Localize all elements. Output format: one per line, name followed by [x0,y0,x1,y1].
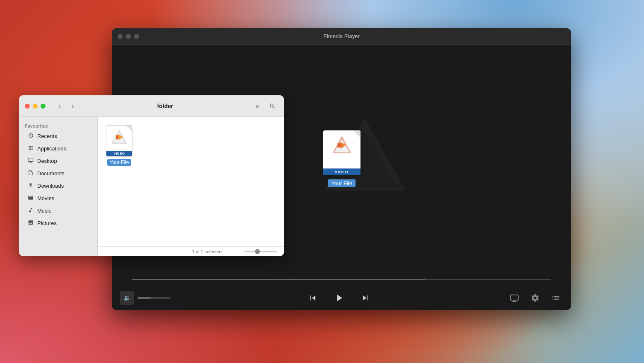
player-file-icon: VIDEO Your File [323,131,360,187]
player-traffic-lights [118,34,139,39]
volume-slider[interactable] [137,297,171,299]
downloads-icon [27,182,34,189]
finder-nav-buttons: ‹ › [54,100,79,112]
finder-back-button[interactable]: ‹ [54,100,65,112]
volume-icon: 🔉 [124,295,131,301]
finder-maximize-button[interactable] [41,104,46,109]
sidebar-item-desktop[interactable]: Desktop [22,155,95,167]
player-controls: --:-- --:-- 🔉 [112,273,571,310]
sidebar-item-music[interactable]: Music [22,205,95,217]
player-title: Elmedia Player [323,33,359,39]
player-file-name-label: Your File [328,179,356,187]
controls-row: 🔉 [120,286,563,310]
sidebar-item-movies-label: Movies [37,195,54,201]
sidebar-item-pictures[interactable]: Pictures [22,217,95,229]
finder-content: VIDEO Your File [98,117,284,246]
progress-bar-row: --:-- --:-- [120,273,563,286]
time-start-label: --:-- [120,277,127,282]
zoom-knob [255,249,260,254]
player-maximize-button[interactable] [134,34,139,39]
sidebar-item-downloads[interactable]: Downloads [22,180,95,192]
skip-back-button[interactable] [305,290,321,306]
volume-fill [137,297,151,299]
finder-title: folder [84,103,247,109]
progress-fill [132,279,425,280]
right-controls [507,291,563,305]
file-doc-icon: VIDEO [106,125,132,157]
player-titlebar: Elmedia Player [112,28,571,45]
sidebar-item-movies[interactable]: Movies [22,192,95,204]
player-file-type-label: VIDEO [323,169,360,175]
finder-body: Favourites Recents Applications Desktop [19,117,284,256]
player-file-doc: VIDEO [323,131,360,175]
skip-forward-button[interactable] [357,290,373,306]
sidebar-item-recents[interactable]: Recents [22,130,95,142]
player-file-logo-icon [331,135,353,156]
volume-button[interactable]: 🔉 [120,291,134,305]
volume-section: 🔉 [120,291,171,305]
finder-status-text: 1 of 1 selected [174,249,239,254]
file-elmedia-logo-icon [110,128,128,146]
sidebar-item-recents-label: Recents [37,133,57,139]
sidebar-item-desktop-label: Desktop [37,158,57,164]
airplay-button[interactable] [507,291,521,305]
finder-status-bar: 1 of 1 selected [98,246,284,256]
playlist-button[interactable] [549,291,563,305]
finder-close-button[interactable] [25,104,30,109]
zoom-slider[interactable] [244,251,277,252]
settings-button[interactable] [528,291,542,305]
sidebar-item-applications-label: Applications [37,145,66,152]
sidebar-item-documents-label: Documents [37,170,65,177]
main-playback-controls [305,288,373,307]
finder-traffic-lights [25,104,46,109]
sidebar-item-documents[interactable]: Documents [22,167,95,179]
finder-toolbar-right: » [252,100,278,112]
player-minimize-button[interactable] [126,34,131,39]
sidebar-item-downloads-label: Downloads [37,183,64,189]
finder-main: VIDEO Your File 1 of 1 selected [98,117,284,256]
time-end-label: --:-- [555,277,563,282]
finder-forward-button[interactable]: › [67,100,79,112]
play-button[interactable] [329,288,348,307]
recents-icon [27,133,34,140]
desktop-icon [27,157,34,165]
finder-more-button[interactable]: » [252,100,263,112]
progress-track[interactable] [132,279,552,280]
pictures-icon [27,220,34,227]
sidebar-item-pictures-label: Pictures [37,220,57,226]
music-icon [27,207,34,214]
finder-sidebar: Favourites Recents Applications Desktop [19,117,98,256]
sidebar-section-title: Favourites [19,123,97,128]
movies-icon [27,195,34,202]
file-name-label: Your File [107,159,132,166]
player-file-corner [353,131,360,138]
documents-icon [27,170,34,177]
finder-titlebar: ‹ › folder » [19,95,284,117]
finder-search-button[interactable] [267,100,278,112]
finder-minimize-button[interactable] [33,104,38,109]
finder-window: ‹ › folder » Favourites Recents [19,95,284,256]
player-close-button[interactable] [118,34,123,39]
sidebar-item-applications[interactable]: Applications [22,143,95,155]
file-type-label: VIDEO [106,151,132,156]
applications-icon [27,145,34,152]
file-item[interactable]: VIDEO Your File [106,125,132,166]
sidebar-item-music-label: Music [37,208,51,214]
